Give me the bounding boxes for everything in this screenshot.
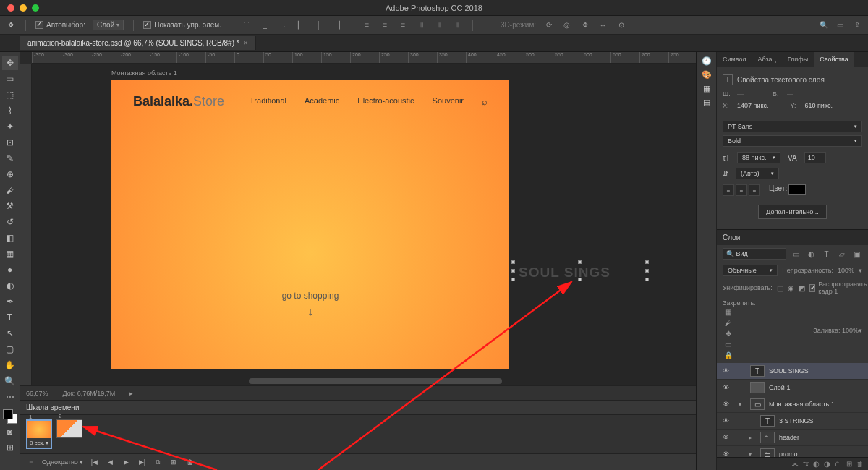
animation-frame-2[interactable]: 2 [56,419,82,438]
layer-row[interactable]: 👁▾🗀promo [717,446,868,457]
document-tab[interactable]: animation-balalaika-store.psd @ 66,7% (S… [20,36,256,50]
loop-dropdown[interactable]: Однократно ▾ [42,458,83,466]
filter-smart-icon[interactable]: ▣ [851,249,862,260]
visibility-icon[interactable]: 👁 [721,434,730,441]
font-family-dropdown[interactable]: PT Sans [723,121,862,132]
unify-pos-icon[interactable]: ◫ [777,283,783,294]
play-button[interactable]: ▶ [121,457,131,467]
close-tab-icon[interactable]: × [244,39,248,47]
horizontal-scrollbar[interactable] [249,378,502,384]
tab-glyphs[interactable]: Глифы [782,52,814,67]
autoselect-checkbox[interactable]: Автовыбор: [35,21,85,29]
quick-mask-tool[interactable]: ◙ [2,424,18,439]
orbit-icon[interactable]: ⟳ [543,20,554,30]
color-swatches[interactable] [3,409,17,424]
share-icon[interactable]: ⇪ [851,20,862,30]
tab-paragraph[interactable]: Абзац [752,52,781,67]
pan-icon[interactable]: ✥ [579,20,590,30]
layer-row[interactable]: 👁Слой 1 [717,380,868,396]
align-center-button[interactable]: ≡ [736,184,747,196]
artboard-label[interactable]: Монтажная область 1 [111,69,177,77]
healing-brush-tool[interactable]: ⊕ [2,167,18,181]
color-icon[interactable]: 🎨 [702,70,712,80]
layer-mask-icon[interactable]: ◐ [813,460,820,468]
crop-tool[interactable]: ⊡ [2,135,18,150]
path-tool[interactable]: ↖ [2,326,18,341]
align-right-button[interactable]: ≡ [749,184,760,196]
unify-vis-icon[interactable]: ◉ [788,283,794,294]
first-frame-button[interactable]: |◀ [89,457,99,467]
prop-x-value[interactable]: 1407 пикс. [737,102,768,109]
unify-style-icon[interactable]: ◩ [799,283,805,294]
foreground-color[interactable] [3,409,13,419]
delete-frame-button[interactable]: 🗑 [184,457,195,467]
visibility-icon[interactable]: 👁 [721,450,730,457]
hand-tool[interactable]: ✋ [2,358,18,372]
lock-pixels-icon[interactable]: 🖌 [723,317,733,328]
pen-tool[interactable]: ✒ [2,294,18,309]
visibility-icon[interactable]: 👁 [721,384,730,391]
fill-value[interactable]: 100% [842,327,859,334]
distribute-v1-icon[interactable]: ≡ [362,20,373,30]
blend-mode-dropdown[interactable]: Обычные [723,265,778,276]
history-icon[interactable]: 🕘 [702,56,712,66]
artboard-tool[interactable]: ▭ [2,72,18,86]
visibility-icon[interactable]: 👁 [721,367,730,375]
doc-size[interactable]: Док: 6,76M/19,7M [63,390,116,397]
layer-row[interactable]: 👁▸🗀header [717,430,868,446]
lock-position-icon[interactable]: ✥ [723,328,733,339]
slide-icon[interactable]: ↔ [597,20,608,30]
distribute-h2-icon[interactable]: ⦀ [434,20,445,30]
workspace-icon[interactable]: ▭ [835,20,846,30]
layer-row[interactable]: 👁T3 STRINGS [717,413,868,430]
search-icon[interactable]: 🔍 [818,20,829,30]
clone-stamp-tool[interactable]: ⚒ [2,199,18,213]
show-controls-checkbox[interactable]: Показать упр. элем. [143,21,221,29]
new-layer-icon[interactable]: ⊞ [846,460,852,468]
align-bottom-icon[interactable]: ⎵ [277,20,288,30]
autoselect-target-dropdown[interactable]: Слой [93,20,124,30]
marquee-tool[interactable]: ⬚ [2,87,18,102]
font-size-input[interactable]: 88 пикс. [737,152,780,163]
blur-tool[interactable]: ● [2,262,18,277]
eraser-tool[interactable]: ◧ [2,231,18,245]
new-frame-button[interactable]: ⊞ [169,457,179,467]
lasso-tool[interactable]: ⌇ [2,103,18,118]
distribute-h1-icon[interactable]: ⦀ [416,20,427,30]
align-left-icon[interactable]: ▏ [295,20,306,30]
edit-toolbar[interactable]: ⋯ [2,390,18,404]
ruler-vertical[interactable] [20,64,32,385]
font-weight-dropdown[interactable]: Bold [723,135,862,147]
align-hcenter-icon[interactable]: │ [313,20,324,30]
canvas-viewport[interactable]: Монтажная область 1 Balalaika.Store Trad… [32,64,696,385]
tab-character[interactable]: Символ [717,52,752,67]
more-icon[interactable]: ⋯ [482,20,493,30]
next-frame-button[interactable]: ▶| [137,457,147,467]
distribute-v2-icon[interactable]: ≡ [380,20,391,30]
align-left-button[interactable]: ≡ [723,184,734,196]
advanced-button[interactable]: Дополнительно... [758,205,826,219]
swatches-icon[interactable]: ▦ [703,84,710,93]
link-layers-icon[interactable]: ⫘ [791,460,799,468]
libraries-icon[interactable]: ▤ [703,98,710,107]
visibility-icon[interactable]: 👁 [721,401,730,408]
adjustment-layer-icon[interactable]: ◑ [824,460,830,468]
delete-layer-icon[interactable]: 🗑 [856,460,864,468]
dodge-tool[interactable]: ◐ [2,278,18,293]
status-chevron-icon[interactable]: ▸ [129,390,133,397]
lock-artboard-icon[interactable]: ▭ [723,339,733,350]
tween-button[interactable]: ⧉ [153,457,163,467]
animation-frame-1[interactable]: 1 0 сек.▾ [26,419,52,449]
opacity-value[interactable]: 100% [838,267,854,274]
lock-transparent-icon[interactable]: ▦ [723,307,733,317]
prop-y-value[interactable]: 610 пикс. [804,102,832,109]
history-brush-tool[interactable]: ↺ [2,215,18,229]
filter-type-icon[interactable]: T [821,249,832,260]
align-top-icon[interactable]: ⎴ [241,20,252,30]
filter-image-icon[interactable]: ▭ [791,249,801,260]
ruler-horizontal[interactable]: -350-300-250-200-150-100-500501001502002… [32,52,696,64]
distribute-h3-icon[interactable]: ⦀ [452,20,463,30]
leading-dropdown[interactable]: (Авто) [736,168,779,179]
move-tool[interactable]: ✥ [2,56,18,70]
text-color-swatch[interactable] [788,184,806,195]
